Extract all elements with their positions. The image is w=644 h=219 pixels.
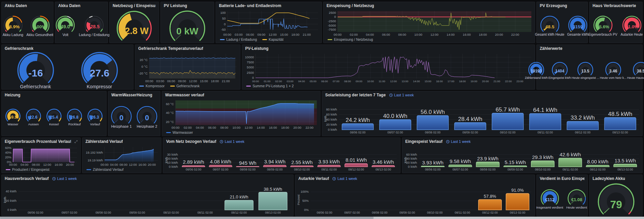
legend-color-dash [328, 39, 332, 40]
panel-header[interactable]: Warmwasser verlauf [162, 91, 320, 99]
gauge: 100%Akku Gesundheit [27, 15, 53, 37]
legend-item[interactable]: Kompressor [139, 84, 165, 88]
legend-item[interactable]: Einspeisung / Netzbezug [328, 37, 373, 41]
time-range-tag[interactable]: Last 1 week [389, 93, 414, 97]
panel-header[interactable]: Batterie Lade- und Entladestrom [216, 2, 321, 9]
bar-chart[interactable]: 0%50%100%08/06 02:0008/07 02:0008/08 02:… [297, 182, 533, 215]
panel-header[interactable]: Heizung [2, 91, 106, 99]
time-range-label: Last 1 week [337, 177, 357, 181]
panel-header[interactable]: Eigenverbrauch Prozentual Verlauf⤢ [2, 138, 80, 145]
legend-item[interactable]: Summe PV-Leistung 1 + 2 [246, 84, 294, 88]
timeseries-chart[interactable]: 00:0003:0006:0009:0012:0015:0018:0021:00… [217, 9, 320, 42]
legend-item[interactable]: Ladung / Entladung [220, 37, 257, 41]
svg-text:20 kWh: 20 kWh [406, 161, 417, 164]
panel-header[interactable]: Akku Daten [55, 2, 108, 9]
panel-title: Heizung [5, 93, 21, 97]
bar-chart[interactable]: 0 kWh20 kWh40 kWh60 kWh80 kWh08/06 02:00… [324, 99, 641, 135]
timeseries-chart[interactable]: 00:0004:0008:0012:0016:0020:000%20%40%60… [3, 145, 79, 172]
bar-chart[interactable]: 0 kWh20 kWh40 kWh08/06 02:0008/07 02:000… [3, 182, 292, 215]
gauge-group: 55.6%Eigenverbrauch PV91.0%Autarkie Heut… [591, 9, 641, 42]
legend-item[interactable]: Gefrierschrank [170, 84, 200, 88]
timeseries-chart[interactable]: 00:0001:0002:0003:0004:0005:0006:0007:00… [243, 52, 533, 88]
panel-header[interactable]: PV-Leistung [242, 45, 535, 52]
svg-text:08/12 02:00: 08/12 02:00 [590, 168, 606, 171]
svg-text:10000: 10000 [245, 55, 254, 59]
legend: Warmwasser [166, 130, 193, 135]
panel-header[interactable]: Akku Daten [2, 2, 53, 9]
gauge-label: Gefrierschrank [20, 84, 51, 89]
svg-text:100: 100 [220, 11, 226, 14]
panel-header[interactable]: Hausverbrauch Verlauf Last 1 week [2, 175, 293, 182]
panel-header[interactable]: Eingespeist Verlauf Last 1 week [402, 138, 642, 145]
time-range-tag[interactable]: Last 1 week [446, 139, 471, 144]
svg-text:19.192 kWh: 19.192 kWh [86, 151, 103, 154]
svg-text:16:00: 16:00 [54, 163, 63, 166]
gauge-label: Wasser [8, 122, 18, 126]
svg-text:08/12 02:00: 08/12 02:00 [482, 211, 498, 214]
gauge: 49.0Volt [53, 15, 77, 37]
svg-text:40 kWh: 40 kWh [406, 157, 417, 160]
panel-header[interactable]: PV Leistung [161, 2, 214, 9]
svg-text:12.8 W: 12.8 W [120, 26, 149, 36]
gauge-label: Volt [63, 33, 69, 37]
panel-header[interactable]: PV Erzeugung [537, 2, 588, 9]
svg-text:40%: 40% [5, 151, 12, 154]
time-range-tag[interactable]: Last 1 week [220, 139, 244, 144]
svg-text:12:00: 12:00 [129, 163, 137, 166]
svg-text:0: 0 [224, 22, 226, 26]
horizontal-scrollbar[interactable] [0, 217, 644, 219]
svg-text:19193: 19193 [531, 69, 542, 73]
panel-header[interactable]: WarmWasserHeizung [108, 91, 160, 99]
svg-text:08/13 02:00: 08/13 02:00 [617, 168, 633, 171]
timeseries-chart[interactable]: 00:0003:0006:0009:0012:0015:0018:0021:00… [137, 52, 239, 88]
gauge: €1.08Heute verdient [565, 188, 588, 209]
external-link-icon[interactable]: ⤢ [74, 140, 77, 144]
svg-text:08/13 02:00: 08/13 02:00 [612, 131, 628, 134]
svg-text:60 kWh: 60 kWh [326, 113, 337, 116]
panel-header[interactable]: Gefrierschrank [2, 45, 133, 52]
panel-pv-leistung-chart: PV-Leistung 00:0001:0002:0003:0004:0005:… [242, 44, 535, 90]
panel-header[interactable]: Verdient in Euro Einspeisung [537, 175, 588, 182]
svg-text:-20 °C: -20 °C [139, 71, 148, 75]
legend-item[interactable]: Warmwasser [166, 130, 193, 134]
svg-text:08/11 02:00: 08/11 02:00 [563, 168, 578, 171]
panel-autarkie-verlauf: Autarkie Verlauf Last 1 week 0%50%100%08… [295, 175, 535, 216]
panel-header[interactable]: Zählerstand Verlauf [82, 138, 161, 145]
svg-text:09:00: 09:00 [257, 33, 265, 36]
svg-text:60 kWh: 60 kWh [406, 153, 417, 156]
svg-text:10 kWh: 10 kWh [167, 161, 178, 164]
panel-header[interactable]: Solarleistung der letzten 7 Tage Last 1 … [322, 91, 642, 99]
bar-chart[interactable]: 0 kWh20 kWh40 kWh60 kWh08/06 02:003.93 k… [404, 145, 641, 172]
legend-item[interactable]: Produziert / Eingespeist [6, 167, 49, 171]
gauge: 3159Gesamte kWh [566, 15, 589, 36]
svg-text:00:00: 00:00 [145, 79, 153, 83]
timeseries-chart[interactable]: 00:0002:0004:0006:0008:0010:0012:0014:00… [325, 9, 533, 42]
panel-header[interactable]: Haus Verbrauchswerte [590, 2, 642, 9]
panel-header[interactable]: Zählerwerte [537, 45, 642, 52]
legend-item[interactable]: Kapazität [262, 37, 283, 41]
panel-header[interactable]: Autarkie Verlauf Last 1 week [295, 175, 535, 182]
svg-text:08/11 02:00: 08/11 02:00 [321, 168, 337, 171]
svg-text:15:00: 15:00 [200, 79, 208, 83]
panel-pv-leistung-gauge: PV Leistung 0 kW [160, 2, 214, 43]
panel-header[interactable]: Einspeisung / Netzbezug [324, 2, 535, 9]
panel-solarleistung-7-tage: Solarleistung der letzten 7 Tage Last 1 … [322, 91, 643, 136]
panel-header[interactable]: Vom Netz bezogen Verlauf Last 1 week [163, 138, 400, 145]
legend-color-dash [6, 169, 10, 170]
svg-text:33.2 kWh: 33.2 kWh [571, 115, 595, 121]
svg-text:-2500: -2500 [328, 19, 336, 23]
time-range-tag[interactable]: Last 1 week [332, 177, 357, 181]
timeseries-chart[interactable]: 00:0002:0004:0006:0008:0010:0012:0014:00… [163, 99, 319, 135]
scrollbar-thumb[interactable] [0, 217, 374, 219]
timeseries-chart[interactable]: 00:0004:0008:0012:0016:0020:0019.192 kWh… [84, 145, 160, 172]
legend-color-dash [166, 132, 171, 133]
svg-text:07:00: 07:00 [333, 80, 340, 83]
panel-header[interactable]: Ladezyklen Akku [590, 175, 642, 182]
legend-item[interactable]: Zählerstand Verlauf [86, 167, 123, 171]
bar-chart[interactable]: 0 kWh10 kWh20 kWh30 kWh08/06 02:002.89 k… [164, 145, 399, 172]
panel-header[interactable]: Gefrierschrank Temperaturverlauf [135, 45, 240, 52]
svg-text:5.15 kWh: 5.15 kWh [504, 159, 526, 165]
panel-header[interactable]: Netzbezug / Einspeisung [110, 2, 159, 9]
time-range-tag[interactable]: Last 1 week [52, 177, 77, 181]
svg-text:22:00: 22:00 [511, 33, 519, 36]
